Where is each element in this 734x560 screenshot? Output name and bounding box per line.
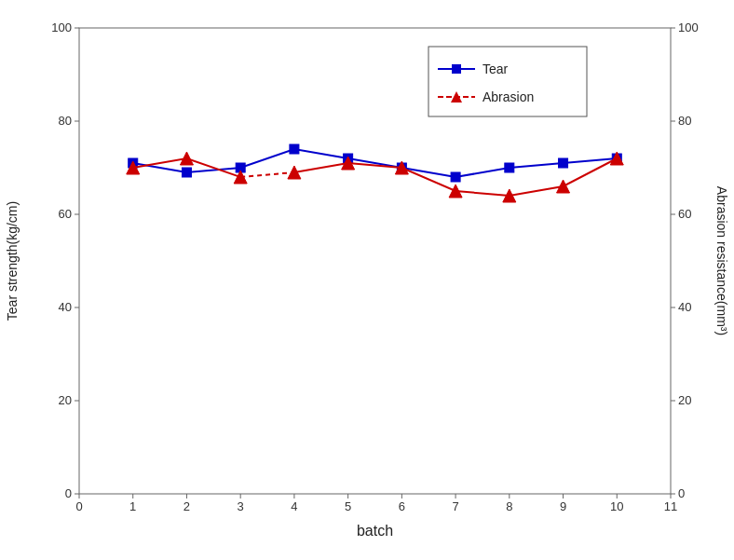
svg-rect-73 [428, 47, 587, 116]
chart-svg: (function() { const data = JSON.parse(do… [0, 0, 734, 560]
svg-text:4: 4 [291, 499, 297, 513]
chart-container: (function() { const data = JSON.parse(do… [0, 0, 734, 560]
svg-text:0: 0 [65, 486, 72, 500]
svg-text:batch: batch [357, 523, 393, 539]
svg-text:80: 80 [59, 114, 72, 128]
svg-text:3: 3 [238, 499, 244, 513]
svg-text:8: 8 [506, 499, 512, 513]
svg-text:Abrasion: Abrasion [483, 89, 534, 104]
svg-rect-56 [505, 163, 514, 172]
svg-rect-55 [451, 172, 460, 182]
svg-text:7: 7 [452, 499, 458, 513]
svg-line-59 [240, 172, 294, 177]
svg-text:100: 100 [678, 20, 699, 34]
svg-text:5: 5 [345, 499, 351, 513]
svg-rect-50 [182, 168, 191, 177]
svg-text:Abrasion resistance(mm³): Abrasion resistance(mm³) [714, 186, 729, 335]
svg-text:60: 60 [678, 207, 691, 221]
svg-text:9: 9 [560, 499, 566, 513]
svg-text:10: 10 [610, 499, 623, 513]
svg-text:1: 1 [129, 499, 136, 513]
svg-text:40: 40 [678, 300, 691, 314]
svg-text:2: 2 [184, 499, 190, 513]
svg-text:Tear strength(kg/cm): Tear strength(kg/cm) [5, 201, 20, 321]
svg-text:60: 60 [59, 207, 72, 221]
svg-text:0: 0 [678, 486, 685, 500]
svg-rect-57 [559, 158, 568, 168]
svg-text:100: 100 [51, 20, 72, 34]
svg-text:40: 40 [59, 300, 72, 314]
svg-text:20: 20 [678, 393, 691, 407]
svg-text:11: 11 [664, 499, 677, 513]
svg-rect-75 [452, 64, 461, 74]
svg-text:80: 80 [678, 114, 691, 128]
svg-rect-52 [290, 144, 299, 154]
svg-text:0: 0 [75, 499, 82, 513]
svg-text:20: 20 [59, 393, 72, 407]
svg-text:6: 6 [399, 499, 405, 513]
svg-text:Tear: Tear [483, 61, 509, 76]
